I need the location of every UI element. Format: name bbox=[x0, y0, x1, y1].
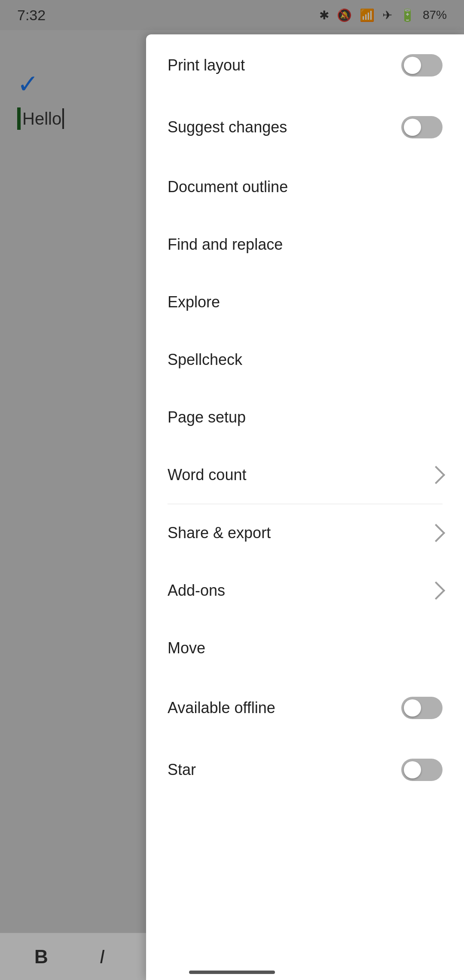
menu-item-move[interactable]: Move bbox=[146, 619, 464, 677]
menu-item-share-export[interactable]: Share & export bbox=[146, 504, 464, 562]
menu-item-word-count[interactable]: Word count bbox=[146, 446, 464, 504]
menu-label-spellcheck: Spellcheck bbox=[168, 351, 242, 369]
toggle-thumb-print-layout bbox=[404, 57, 421, 74]
menu-label-document-outline: Document outline bbox=[168, 178, 288, 196]
menu-label-available-offline: Available offline bbox=[168, 699, 275, 717]
menu-label-find-replace: Find and replace bbox=[168, 236, 283, 254]
toggle-thumb-available-offline bbox=[404, 699, 421, 717]
toggle-track-print-layout bbox=[401, 54, 443, 77]
menu-label-word-count: Word count bbox=[168, 466, 246, 484]
menu-label-move: Move bbox=[168, 639, 205, 657]
menu-item-add-ons[interactable]: Add-ons bbox=[146, 562, 464, 619]
menu-label-page-setup: Page setup bbox=[168, 408, 246, 426]
toggle-print-layout[interactable] bbox=[401, 54, 443, 77]
menu-item-print-layout[interactable]: Print layout bbox=[146, 34, 464, 96]
chevron-icon-add-ons bbox=[427, 582, 445, 600]
menu-item-find-replace[interactable]: Find and replace bbox=[146, 216, 464, 273]
toggle-track-available-offline bbox=[401, 697, 443, 719]
toggle-thumb-star bbox=[404, 761, 421, 778]
toggle-thumb-suggest-changes bbox=[404, 119, 421, 136]
bottom-indicator bbox=[189, 971, 275, 974]
chevron-icon-word-count bbox=[427, 466, 445, 484]
menu-label-add-ons: Add-ons bbox=[168, 582, 225, 600]
toggle-suggest-changes[interactable] bbox=[401, 116, 443, 138]
menu-label-print-layout: Print layout bbox=[168, 56, 245, 74]
menu-label-suggest-changes: Suggest changes bbox=[168, 118, 287, 136]
toggle-star[interactable] bbox=[401, 759, 443, 781]
menu-item-spellcheck[interactable]: Spellcheck bbox=[146, 331, 464, 389]
menu-item-page-setup[interactable]: Page setup bbox=[146, 389, 464, 446]
menu-panel: Print layoutSuggest changesDocument outl… bbox=[146, 34, 464, 980]
toggle-available-offline[interactable] bbox=[401, 697, 443, 719]
menu-label-explore: Explore bbox=[168, 293, 220, 311]
menu-label-share-export: Share & export bbox=[168, 524, 271, 542]
menu-item-available-offline[interactable]: Available offline bbox=[146, 677, 464, 739]
menu-item-explore[interactable]: Explore bbox=[146, 273, 464, 331]
toggle-track-suggest-changes bbox=[401, 116, 443, 138]
menu-item-document-outline[interactable]: Document outline bbox=[146, 158, 464, 216]
menu-item-star[interactable]: Star bbox=[146, 739, 464, 801]
menu-label-star: Star bbox=[168, 761, 196, 779]
menu-item-suggest-changes[interactable]: Suggest changes bbox=[146, 96, 464, 158]
chevron-icon-share-export bbox=[427, 524, 445, 542]
toggle-track-star bbox=[401, 759, 443, 781]
